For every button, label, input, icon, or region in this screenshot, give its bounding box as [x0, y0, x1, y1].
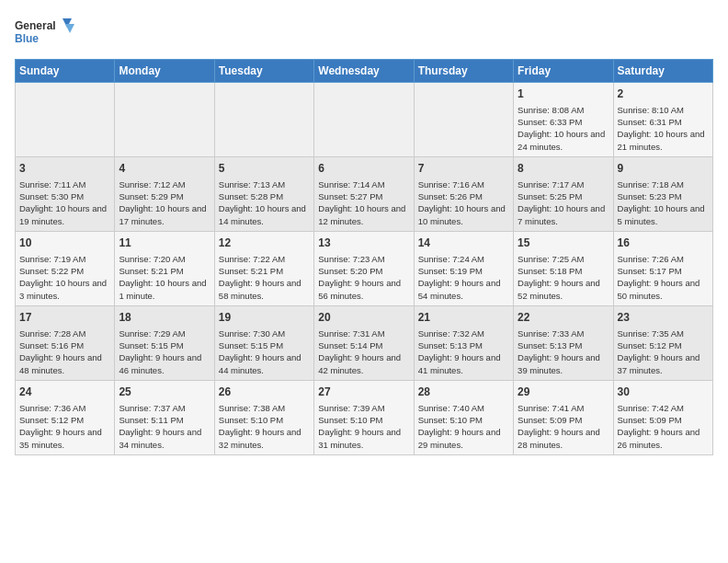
week-row-2: 10Sunrise: 7:19 AM Sunset: 5:22 PM Dayli… — [16, 231, 713, 305]
day-number: 3 — [19, 161, 110, 177]
day-info: Sunrise: 8:08 AM Sunset: 6:33 PM Dayligh… — [518, 104, 609, 153]
day-info: Sunrise: 7:16 AM Sunset: 5:26 PM Dayligh… — [418, 178, 509, 227]
week-row-4: 24Sunrise: 7:36 AM Sunset: 5:12 PM Dayli… — [16, 380, 713, 454]
header-row: SundayMondayTuesdayWednesdayThursdayFrid… — [16, 60, 713, 83]
day-info: Sunrise: 7:38 AM Sunset: 5:10 PM Dayligh… — [219, 402, 310, 451]
day-number: 9 — [618, 161, 709, 177]
day-number: 10 — [19, 236, 110, 251]
calendar-cell: 3Sunrise: 7:11 AM Sunset: 5:30 PM Daylig… — [16, 156, 115, 231]
day-info: Sunrise: 7:36 AM Sunset: 5:12 PM Dayligh… — [19, 402, 110, 451]
calendar-cell: 26Sunrise: 7:38 AM Sunset: 5:10 PM Dayli… — [214, 380, 313, 454]
calendar-cell: 12Sunrise: 7:22 AM Sunset: 5:21 PM Dayli… — [214, 231, 313, 305]
day-info: Sunrise: 7:11 AM Sunset: 5:30 PM Dayligh… — [19, 178, 110, 227]
header: General Blue — [15, 15, 713, 52]
day-number: 1 — [518, 86, 609, 102]
day-info: Sunrise: 7:35 AM Sunset: 5:12 PM Dayligh… — [618, 327, 709, 376]
day-info: Sunrise: 7:39 AM Sunset: 5:10 PM Dayligh… — [318, 402, 409, 451]
day-info: Sunrise: 7:37 AM Sunset: 5:11 PM Dayligh… — [119, 402, 210, 451]
calendar-cell: 15Sunrise: 7:25 AM Sunset: 5:18 PM Dayli… — [514, 231, 613, 305]
day-number: 24 — [19, 385, 110, 400]
day-info: Sunrise: 7:14 AM Sunset: 5:27 PM Dayligh… — [318, 178, 409, 227]
day-number: 4 — [119, 161, 210, 177]
day-number: 18 — [119, 310, 210, 326]
calendar-cell: 21Sunrise: 7:32 AM Sunset: 5:13 PM Dayli… — [414, 305, 513, 380]
day-info: Sunrise: 7:41 AM Sunset: 5:09 PM Dayligh… — [518, 402, 609, 451]
day-number: 21 — [418, 310, 509, 326]
day-info: Sunrise: 7:22 AM Sunset: 5:21 PM Dayligh… — [219, 253, 310, 302]
calendar-cell: 11Sunrise: 7:20 AM Sunset: 5:21 PM Dayli… — [115, 231, 214, 305]
day-info: Sunrise: 7:24 AM Sunset: 5:19 PM Dayligh… — [418, 253, 509, 302]
day-number: 8 — [518, 161, 609, 177]
calendar-cell: 29Sunrise: 7:41 AM Sunset: 5:09 PM Dayli… — [514, 380, 613, 454]
calendar-cell — [214, 83, 313, 157]
calendar-cell: 28Sunrise: 7:40 AM Sunset: 5:10 PM Dayli… — [414, 380, 513, 454]
calendar-cell: 23Sunrise: 7:35 AM Sunset: 5:12 PM Dayli… — [613, 305, 712, 380]
calendar-cell — [414, 83, 513, 157]
day-info: Sunrise: 8:10 AM Sunset: 6:31 PM Dayligh… — [618, 104, 709, 153]
day-info: Sunrise: 7:33 AM Sunset: 5:13 PM Dayligh… — [518, 327, 609, 376]
day-number: 23 — [618, 310, 709, 326]
day-header-thursday: Thursday — [414, 60, 513, 83]
day-info: Sunrise: 7:40 AM Sunset: 5:10 PM Dayligh… — [418, 402, 509, 451]
day-number: 29 — [518, 385, 609, 400]
day-number: 6 — [318, 161, 409, 177]
day-number: 28 — [418, 385, 509, 400]
calendar-cell: 24Sunrise: 7:36 AM Sunset: 5:12 PM Dayli… — [16, 380, 115, 454]
day-info: Sunrise: 7:31 AM Sunset: 5:14 PM Dayligh… — [318, 327, 409, 376]
week-row-0: 1Sunrise: 8:08 AM Sunset: 6:33 PM Daylig… — [16, 83, 713, 157]
calendar-cell: 10Sunrise: 7:19 AM Sunset: 5:22 PM Dayli… — [16, 231, 115, 305]
calendar-table: SundayMondayTuesdayWednesdayThursdayFrid… — [15, 59, 713, 455]
day-number: 27 — [318, 385, 409, 400]
calendar-cell: 30Sunrise: 7:42 AM Sunset: 5:09 PM Dayli… — [613, 380, 712, 454]
day-number: 15 — [518, 236, 609, 251]
day-number: 19 — [219, 310, 310, 326]
calendar-cell: 9Sunrise: 7:18 AM Sunset: 5:23 PM Daylig… — [613, 156, 712, 231]
day-number: 7 — [418, 161, 509, 177]
svg-marker-3 — [65, 24, 74, 33]
day-number: 20 — [318, 310, 409, 326]
day-info: Sunrise: 7:20 AM Sunset: 5:21 PM Dayligh… — [119, 253, 210, 302]
day-number: 25 — [119, 385, 210, 400]
calendar-cell: 19Sunrise: 7:30 AM Sunset: 5:15 PM Dayli… — [214, 305, 313, 380]
day-number: 12 — [219, 236, 310, 251]
day-info: Sunrise: 7:28 AM Sunset: 5:16 PM Dayligh… — [19, 327, 110, 376]
day-number: 16 — [618, 236, 709, 251]
day-number: 2 — [618, 86, 709, 102]
calendar-cell: 16Sunrise: 7:26 AM Sunset: 5:17 PM Dayli… — [613, 231, 712, 305]
day-info: Sunrise: 7:17 AM Sunset: 5:25 PM Dayligh… — [518, 178, 609, 227]
day-header-wednesday: Wednesday — [314, 60, 414, 83]
day-number: 11 — [119, 236, 210, 251]
svg-text:General: General — [15, 19, 56, 32]
day-number: 14 — [418, 236, 509, 251]
calendar-cell: 2Sunrise: 8:10 AM Sunset: 6:31 PM Daylig… — [613, 83, 712, 157]
day-number: 30 — [618, 385, 709, 400]
day-header-friday: Friday — [514, 60, 613, 83]
day-header-sunday: Sunday — [16, 60, 115, 83]
calendar-cell: 6Sunrise: 7:14 AM Sunset: 5:27 PM Daylig… — [314, 156, 414, 231]
calendar-cell: 13Sunrise: 7:23 AM Sunset: 5:20 PM Dayli… — [314, 231, 414, 305]
day-number: 5 — [219, 161, 310, 177]
calendar-cell: 8Sunrise: 7:17 AM Sunset: 5:25 PM Daylig… — [514, 156, 613, 231]
day-number: 22 — [518, 310, 609, 326]
calendar-cell — [314, 83, 414, 157]
calendar-cell: 20Sunrise: 7:31 AM Sunset: 5:14 PM Dayli… — [314, 305, 414, 380]
calendar-cell: 14Sunrise: 7:24 AM Sunset: 5:19 PM Dayli… — [414, 231, 513, 305]
day-info: Sunrise: 7:23 AM Sunset: 5:20 PM Dayligh… — [318, 253, 409, 302]
day-info: Sunrise: 7:42 AM Sunset: 5:09 PM Dayligh… — [618, 402, 709, 451]
day-info: Sunrise: 7:26 AM Sunset: 5:17 PM Dayligh… — [618, 253, 709, 302]
day-header-saturday: Saturday — [613, 60, 712, 83]
calendar-cell: 25Sunrise: 7:37 AM Sunset: 5:11 PM Dayli… — [115, 380, 214, 454]
day-number: 17 — [19, 310, 110, 326]
day-info: Sunrise: 7:12 AM Sunset: 5:29 PM Dayligh… — [119, 178, 210, 227]
week-row-1: 3Sunrise: 7:11 AM Sunset: 5:30 PM Daylig… — [16, 156, 713, 231]
day-number: 26 — [219, 385, 310, 400]
calendar-cell: 18Sunrise: 7:29 AM Sunset: 5:15 PM Dayli… — [115, 305, 214, 380]
calendar-cell: 5Sunrise: 7:13 AM Sunset: 5:28 PM Daylig… — [214, 156, 313, 231]
day-info: Sunrise: 7:30 AM Sunset: 5:15 PM Dayligh… — [219, 327, 310, 376]
week-row-3: 17Sunrise: 7:28 AM Sunset: 5:16 PM Dayli… — [16, 305, 713, 380]
calendar-cell: 17Sunrise: 7:28 AM Sunset: 5:16 PM Dayli… — [16, 305, 115, 380]
calendar-cell — [115, 83, 214, 157]
day-info: Sunrise: 7:13 AM Sunset: 5:28 PM Dayligh… — [219, 178, 310, 227]
svg-text:Blue: Blue — [15, 32, 39, 45]
day-info: Sunrise: 7:29 AM Sunset: 5:15 PM Dayligh… — [119, 327, 210, 376]
